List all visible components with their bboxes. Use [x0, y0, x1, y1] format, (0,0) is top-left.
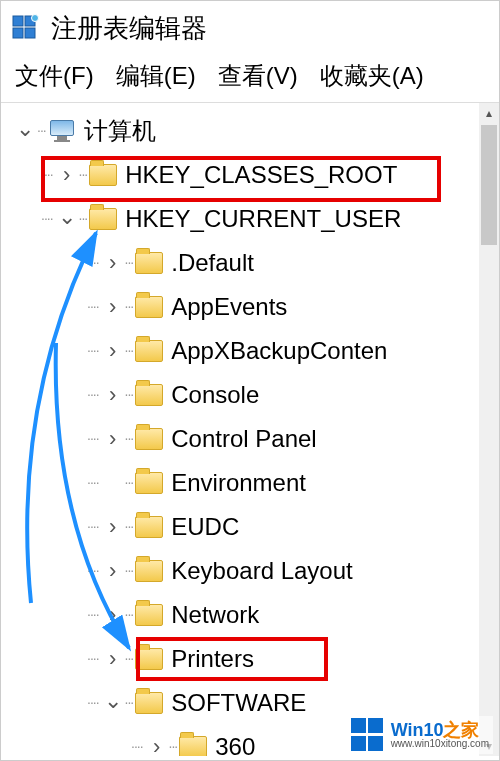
folder-icon [135, 516, 163, 538]
tree-item-printers[interactable]: ···· ··· Printers [13, 637, 499, 681]
chevron-right-icon[interactable] [101, 559, 125, 583]
watermark-url: www.win10xitong.com [391, 739, 489, 749]
tree-item-hkcu[interactable]: ···· ··· HKEY_CURRENT_USER [13, 197, 499, 241]
tree-label: Keyboard Layout [171, 558, 352, 584]
chevron-down-icon[interactable] [101, 691, 125, 715]
folder-icon [135, 560, 163, 582]
tree-item-appxbackup[interactable]: ···· ··· AppXBackupConten [13, 329, 499, 373]
tree-label: Printers [171, 646, 254, 672]
tree-item-console[interactable]: ···· ··· Console [13, 373, 499, 417]
tree-label: Environment [171, 470, 306, 496]
watermark: Win10之家 www.win10xitong.com [347, 716, 493, 754]
menu-file[interactable]: 文件(F) [15, 60, 94, 92]
chevron-right-icon[interactable] [101, 603, 125, 627]
chevron-right-icon[interactable] [101, 251, 125, 275]
tree-root[interactable]: ··· 计算机 [13, 109, 499, 153]
menu-edit[interactable]: 编辑(E) [116, 60, 196, 92]
tree-item-controlpanel[interactable]: ···· ··· Control Panel [13, 417, 499, 461]
svg-rect-0 [13, 16, 23, 26]
scroll-thumb[interactable] [481, 125, 497, 245]
tree-item-hkcr[interactable]: ···· ··· HKEY_CLASSES_ROOT [13, 153, 499, 197]
tree-item-appevents[interactable]: ···· ··· AppEvents [13, 285, 499, 329]
tree-label: EUDC [171, 514, 239, 540]
folder-icon [135, 252, 163, 274]
tree-label: Control Panel [171, 426, 316, 452]
tree-label: 360 [215, 734, 255, 756]
tree-item-eudc[interactable]: ···· ··· EUDC [13, 505, 499, 549]
tree-item-default[interactable]: ···· ··· .Default [13, 241, 499, 285]
tree-label: Network [171, 602, 259, 628]
vertical-scrollbar[interactable]: ▴ ▾ [479, 103, 499, 756]
folder-icon [135, 604, 163, 626]
svg-point-4 [32, 14, 39, 21]
chevron-right-icon[interactable] [101, 427, 125, 451]
chevron-right-icon[interactable] [55, 163, 79, 187]
folder-icon [135, 648, 163, 670]
folder-icon [89, 164, 117, 186]
chevron-right-icon[interactable] [101, 515, 125, 539]
folder-icon [179, 736, 207, 756]
tree-item-keyboard[interactable]: ···· ··· Keyboard Layout [13, 549, 499, 593]
window-title: 注册表编辑器 [51, 11, 207, 46]
chevron-down-icon[interactable] [55, 207, 79, 231]
tree-item-network[interactable]: ···· ··· Network [13, 593, 499, 637]
tree-label: HKEY_CURRENT_USER [125, 206, 401, 232]
chevron-right-icon[interactable] [145, 735, 169, 756]
tree-label: HKEY_CLASSES_ROOT [125, 162, 397, 188]
tree-label: AppXBackupConten [171, 338, 387, 364]
tree-label: 计算机 [84, 118, 156, 144]
menu-favorites[interactable]: 收藏夹(A) [320, 60, 424, 92]
menubar: 文件(F) 编辑(E) 查看(V) 收藏夹(A) [1, 52, 499, 102]
svg-rect-1 [13, 28, 23, 38]
windows-logo-icon [351, 718, 385, 752]
tree-view[interactable]: ··· 计算机 ···· ··· HKEY_CLASSES_ROOT ···· … [1, 102, 499, 756]
tree-label: AppEvents [171, 294, 287, 320]
tree-label: Console [171, 382, 259, 408]
folder-icon [135, 428, 163, 450]
computer-icon [48, 120, 76, 142]
scroll-up-icon[interactable]: ▴ [479, 103, 499, 123]
folder-icon [135, 384, 163, 406]
chevron-down-icon[interactable] [13, 119, 37, 143]
folder-icon [135, 340, 163, 362]
folder-icon [135, 692, 163, 714]
folder-icon [135, 296, 163, 318]
tree-item-environment[interactable]: ···· ··· Environment [13, 461, 499, 505]
chevron-right-icon[interactable] [101, 295, 125, 319]
menu-view[interactable]: 查看(V) [218, 60, 298, 92]
folder-icon [135, 472, 163, 494]
chevron-right-icon[interactable] [101, 383, 125, 407]
regedit-icon [11, 14, 41, 44]
svg-rect-3 [25, 28, 35, 38]
chevron-right-icon[interactable] [101, 339, 125, 363]
chevron-right-icon[interactable] [101, 647, 125, 671]
titlebar: 注册表编辑器 [1, 1, 499, 52]
watermark-brand: Win10之家 [391, 721, 489, 739]
tree-label: .Default [171, 250, 254, 276]
folder-icon [89, 208, 117, 230]
tree-label: SOFTWARE [171, 690, 306, 716]
